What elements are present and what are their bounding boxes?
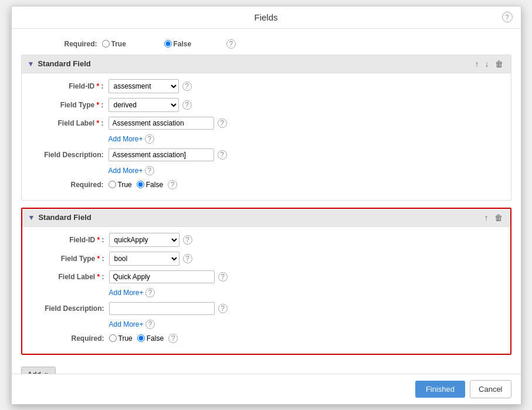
field-label-input-1[interactable]: [109, 117, 214, 130]
top-required-label: Required:: [45, 40, 97, 48]
top-required-true-label[interactable]: True: [102, 40, 155, 48]
add-more-desc-help-2[interactable]: ?: [145, 320, 155, 329]
top-required-row: Required: True False ?: [45, 36, 511, 55]
field-type-control-1: derived bool ?: [109, 98, 192, 112]
field-id-help-2[interactable]: ?: [183, 235, 192, 245]
field-id-help-1[interactable]: ?: [182, 82, 192, 91]
dialog-header: Fields ?: [12, 6, 521, 29]
field-type-help-2[interactable]: ?: [183, 254, 192, 263]
field-desc-input-2[interactable]: [109, 302, 215, 315]
required-true-label-1[interactable]: True: [109, 181, 132, 189]
add-more-label-link-1[interactable]: Add More+ ?: [109, 134, 505, 144]
section-header-2: ▼ Standard Field ↑ 🗑: [22, 209, 510, 227]
field-type-label-1: Field Type * :: [28, 101, 104, 109]
field-id-control-1: assessment quickApply ?: [109, 79, 192, 93]
required-true-label-2[interactable]: True: [109, 334, 133, 343]
field-desc-control-1: ?: [109, 148, 227, 161]
field-type-help-1[interactable]: ?: [182, 100, 192, 110]
add-button[interactable]: Add ▼: [21, 367, 56, 374]
top-required-false-radio[interactable]: [164, 40, 172, 48]
field-type-row-1: Field Type * : derived bool ?: [28, 98, 505, 112]
field-label-row-2: Field Label * : ?: [28, 270, 504, 283]
required-label-2: Required:: [28, 334, 104, 343]
top-required-radio-group: True False ?: [102, 39, 236, 49]
section-delete-button-2[interactable]: 🗑: [493, 212, 504, 223]
dialog-title: Fields: [254, 12, 277, 22]
add-more-desc-help-1[interactable]: ?: [145, 166, 154, 175]
standard-field-section-2: ▼ Standard Field ↑ 🗑 Field-ID * :: [21, 208, 511, 355]
required-true-radio-1[interactable]: [109, 181, 116, 188]
field-desc-control-2: ?: [109, 302, 228, 315]
field-id-select-1[interactable]: assessment quickApply: [109, 79, 179, 93]
field-desc-help-1[interactable]: ?: [218, 150, 227, 160]
field-label-input-2[interactable]: [109, 270, 215, 283]
required-row-2: Required: True False ?: [28, 334, 504, 343]
section-actions-1: ↑ ↓ 🗑: [473, 59, 505, 69]
add-btn-wrap: Add ▼: [21, 362, 511, 374]
required-radio-2: True False ?: [109, 334, 178, 343]
field-desc-row-2: Field Description: ?: [28, 302, 504, 315]
field-desc-input-1[interactable]: [109, 148, 214, 161]
field-id-control-2: quickApply assessment ?: [109, 233, 192, 247]
field-label-help-2[interactable]: ?: [218, 272, 228, 282]
field-label-help-1[interactable]: ?: [218, 118, 227, 128]
required-false-label-1[interactable]: False: [137, 181, 163, 189]
add-more-label-help-2[interactable]: ?: [145, 288, 155, 297]
field-desc-row-1: Field Description: ?: [28, 148, 505, 161]
section-up-button-1[interactable]: ↑: [473, 59, 481, 69]
section-toggle-1[interactable]: ▼: [28, 60, 35, 68]
top-required-help-icon[interactable]: ?: [226, 39, 236, 49]
help-icon[interactable]: ?: [502, 12, 513, 22]
dialog-body: Required: True False ? ▼: [12, 29, 521, 374]
section-up-button-2[interactable]: ↑: [483, 212, 490, 223]
field-label-row-1: Field Label * : ?: [28, 117, 505, 130]
field-id-select-2[interactable]: quickApply assessment: [109, 233, 179, 247]
required-row-1: Required: True False ?: [28, 180, 505, 189]
required-radio-1: True False ?: [109, 180, 178, 189]
standard-field-section-1: ▼ Standard Field ↑ ↓ 🗑 Field-ID * :: [21, 55, 511, 201]
required-label-1: Required:: [28, 181, 104, 189]
field-type-label-2: Field Type * :: [28, 255, 104, 263]
required-true-radio-2[interactable]: [109, 334, 117, 342]
field-id-row-2: Field-ID * : quickApply assessment ?: [28, 233, 504, 247]
required-false-radio-2[interactable]: [137, 334, 145, 342]
field-desc-label-1: Field Description:: [28, 151, 104, 159]
required-false-radio-1[interactable]: [137, 181, 144, 188]
field-label-label-2: Field Label * :: [28, 273, 104, 281]
field-label-label-1: Field Label * :: [28, 119, 104, 127]
section-actions-2: ↑ 🗑: [483, 212, 504, 223]
field-type-control-2: bool derived ?: [109, 252, 192, 266]
top-required-false-label[interactable]: False: [164, 40, 217, 48]
required-help-1[interactable]: ?: [168, 180, 177, 189]
add-more-desc-link-1[interactable]: Add More+ ?: [109, 166, 505, 175]
section-toggle-2[interactable]: ▼: [28, 214, 35, 222]
field-type-select-1[interactable]: derived bool: [109, 98, 179, 112]
section-title-1: Standard Field: [38, 59, 90, 68]
section-down-button-1[interactable]: ↓: [483, 59, 491, 69]
field-id-label-2: Field-ID * :: [28, 236, 104, 244]
field-id-row-1: Field-ID * : assessment quickApply ?: [28, 79, 505, 93]
cancel-button[interactable]: Cancel: [470, 380, 511, 398]
field-type-select-2[interactable]: bool derived: [109, 252, 179, 266]
add-more-desc-link-2[interactable]: Add More+ ?: [109, 320, 504, 329]
section-body-1: Field-ID * : assessment quickApply ? Fie…: [22, 73, 511, 200]
dialog-footer: Finished Cancel: [12, 374, 521, 404]
finished-button[interactable]: Finished: [415, 381, 465, 398]
field-label-control-1: ?: [109, 117, 227, 130]
section-header-1: ▼ Standard Field ↑ ↓ 🗑: [22, 55, 511, 73]
section-body-2: Field-ID * : quickApply assessment ? Fie…: [22, 227, 510, 354]
section-delete-button-1[interactable]: 🗑: [493, 59, 505, 69]
field-id-label-1: Field-ID * :: [28, 82, 104, 90]
required-false-label-2[interactable]: False: [137, 334, 164, 343]
required-help-2[interactable]: ?: [168, 334, 178, 343]
field-type-row-2: Field Type * : bool derived ?: [28, 252, 504, 266]
add-more-label-help-1[interactable]: ?: [145, 134, 154, 144]
section-title-2: Standard Field: [38, 213, 91, 222]
field-desc-help-2[interactable]: ?: [218, 304, 228, 313]
field-desc-label-2: Field Description:: [28, 304, 104, 313]
add-more-label-link-2[interactable]: Add More+ ?: [109, 288, 504, 297]
field-label-control-2: ?: [109, 270, 228, 283]
top-required-true-radio[interactable]: [102, 40, 110, 48]
